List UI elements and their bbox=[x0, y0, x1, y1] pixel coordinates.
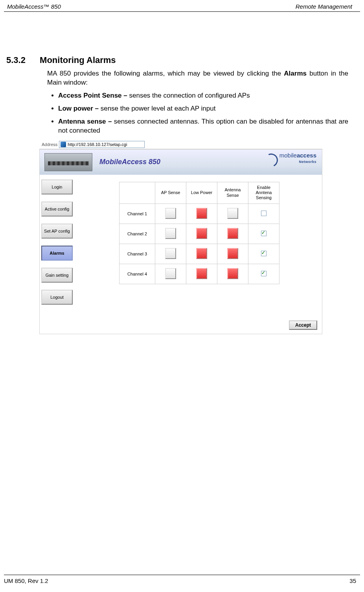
row-label: Channel 4 bbox=[119, 264, 155, 284]
bullet-1-rest: senses the connection of configured APs bbox=[129, 92, 250, 99]
led-ap-ch3 bbox=[165, 248, 176, 259]
banner-title: MobileAccess 850 bbox=[99, 158, 160, 166]
led-ant-ch3 bbox=[227, 248, 238, 259]
row-label: Channel 2 bbox=[119, 224, 155, 244]
header-left: MobileAccess™ 850 bbox=[7, 3, 61, 10]
address-input[interactable]: http://192.168.10.127/setap.cgi bbox=[59, 141, 145, 148]
section-number: 5.3.2 bbox=[6, 55, 26, 65]
checkbox-enable-ch3[interactable] bbox=[261, 251, 267, 256]
led-low-ch1 bbox=[196, 208, 207, 219]
bullet-2-rest: sense the power level at each AP input bbox=[101, 105, 216, 112]
accept-button[interactable]: Accept bbox=[289, 320, 317, 330]
app-window: MobileAccess 850 mobileaccess Networks L… bbox=[39, 149, 322, 334]
para1-bold: Alarms bbox=[284, 70, 307, 77]
table-row: Channel 3 bbox=[119, 244, 279, 264]
sidebar-item-alarms[interactable]: Alarms bbox=[41, 246, 73, 261]
intro-paragraph: MA 850 provides the following alarms, wh… bbox=[47, 69, 348, 87]
page-footer: UM 850, Rev 1.2 35 bbox=[4, 575, 360, 584]
content: 5.3.2 Monitoring Alarms MA 850 provides … bbox=[0, 12, 364, 334]
bullet-1-bold: Access Point Sense – bbox=[58, 92, 129, 99]
led-ant-ch4 bbox=[227, 268, 238, 279]
bullet-2-bold: Low power – bbox=[58, 105, 101, 112]
row-label: Channel 1 bbox=[119, 204, 155, 224]
address-bar: Address http://192.168.10.127/setap.cgi bbox=[39, 140, 322, 149]
logo-sub: Networks bbox=[299, 160, 316, 164]
address-url: http://192.168.10.127/setap.cgi bbox=[68, 142, 127, 147]
checkbox-enable-ch1[interactable] bbox=[261, 211, 267, 216]
sidebar-item-gain-setting[interactable]: Gain setting bbox=[41, 268, 73, 283]
table-row: Channel 1 bbox=[119, 204, 279, 224]
sidebar-item-login[interactable]: Login bbox=[41, 179, 73, 194]
led-ant-ch2 bbox=[227, 228, 238, 239]
device-image bbox=[44, 153, 92, 171]
checkbox-enable-ch4[interactable] bbox=[261, 271, 267, 276]
sidebar-item-set-ap-config[interactable]: Set AP config bbox=[41, 224, 73, 239]
address-label: Address bbox=[40, 142, 59, 147]
footer-right: 35 bbox=[349, 577, 356, 584]
header-ap-sense: AP Sense bbox=[155, 182, 186, 204]
checkbox-enable-ch2[interactable] bbox=[261, 231, 267, 236]
bullet-1: Access Point Sense – senses the connecti… bbox=[58, 91, 348, 100]
para1-a: MA 850 provides the following alarms, wh… bbox=[47, 70, 284, 77]
page-header: MobileAccess™ 850 Remote Management bbox=[4, 0, 360, 12]
sidebar-item-logout[interactable]: Logout bbox=[41, 290, 73, 305]
bullet-3: Antenna sense – senses connected antenna… bbox=[58, 117, 348, 135]
sidebar: Login Active config Set AP config Alarms… bbox=[40, 175, 76, 316]
led-ap-ch1 bbox=[165, 208, 176, 219]
logo: mobileaccess Networks bbox=[279, 153, 316, 164]
logo-bold: access bbox=[297, 152, 316, 159]
section-title: Monitoring Alarms bbox=[28, 55, 116, 65]
embedded-screenshot: Address http://192.168.10.127/setap.cgi … bbox=[39, 140, 322, 334]
banner: MobileAccess 850 mobileaccess Networks bbox=[40, 149, 322, 175]
led-ap-ch4 bbox=[165, 268, 176, 279]
bullet-3-bold: Antenna sense – bbox=[58, 118, 114, 125]
bullet-2: Low power – sense the power level at eac… bbox=[58, 104, 348, 113]
main-area: Login Active config Set AP config Alarms… bbox=[40, 175, 322, 316]
table-header-row: AP Sense Low Power Antenna Sense Enable … bbox=[119, 182, 279, 204]
logo-swoosh-icon bbox=[263, 152, 280, 169]
header-low-power: Low Power bbox=[186, 182, 217, 204]
led-ap-ch2 bbox=[165, 228, 176, 239]
logo-text: mobile bbox=[279, 152, 297, 159]
led-ant-ch1 bbox=[227, 208, 238, 219]
header-enable-sensing: Enable Anntena Sensing bbox=[248, 182, 279, 204]
header-right: Remote Management bbox=[296, 3, 352, 10]
alarms-table-wrap: AP Sense Low Power Antenna Sense Enable … bbox=[119, 182, 279, 316]
row-label: Channel 3 bbox=[119, 244, 155, 264]
header-antenna-sense: Antenna Sense bbox=[217, 182, 248, 204]
alarms-table: AP Sense Low Power Antenna Sense Enable … bbox=[119, 182, 279, 284]
table-row: Channel 2 bbox=[119, 224, 279, 244]
ie-icon bbox=[61, 142, 66, 147]
bullets-list: Access Point Sense – senses the connecti… bbox=[47, 91, 348, 135]
led-low-ch3 bbox=[196, 248, 207, 259]
table-row: Channel 4 bbox=[119, 264, 279, 284]
led-low-ch4 bbox=[196, 268, 207, 279]
sidebar-item-active-config[interactable]: Active config bbox=[41, 202, 73, 216]
led-low-ch2 bbox=[196, 228, 207, 239]
footer-left: UM 850, Rev 1.2 bbox=[4, 577, 48, 584]
header-blank bbox=[119, 182, 155, 204]
section-heading: 5.3.2 Monitoring Alarms bbox=[6, 12, 348, 65]
